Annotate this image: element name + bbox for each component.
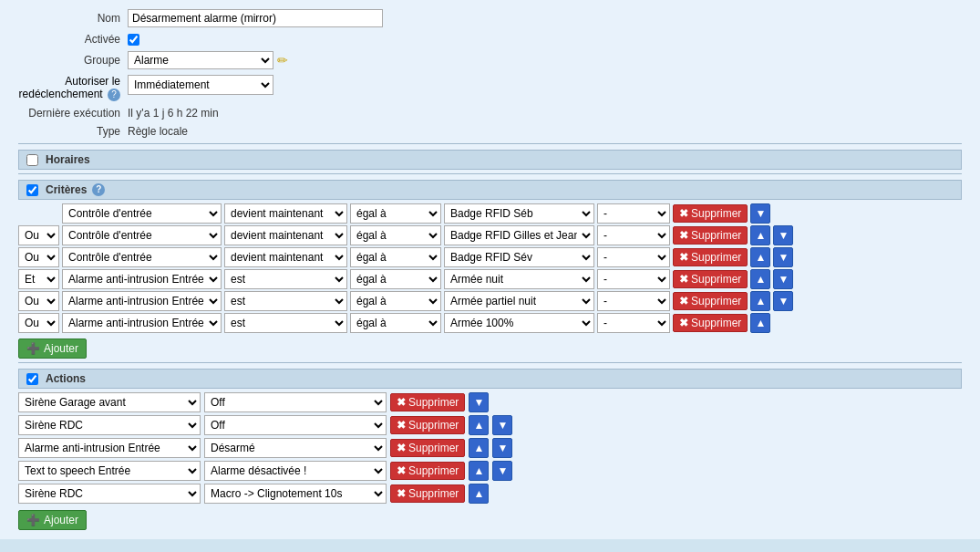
criteria-row: OuAlarme anti-intrusion Entréeestégal àA…	[18, 313, 962, 333]
criteria-field-select[interactable]: devient maintenant	[224, 203, 347, 224]
criteria-connector-select[interactable]: Ou	[18, 247, 59, 267]
action-field2-select[interactable]: Macro -> Clignotement 10s	[204, 484, 387, 504]
move-down-button[interactable]: ▼	[773, 225, 793, 245]
action-field1-select[interactable]: Sirène Garage avant	[18, 392, 201, 412]
add-criteria-button[interactable]: ➕ Ajouter	[18, 338, 87, 359]
criteria-field-select[interactable]: égal à	[350, 313, 441, 333]
x-icon: ✖	[679, 229, 688, 242]
action-field1-select[interactable]: Sirène RDC	[18, 415, 201, 435]
activee-checkbox[interactable]	[128, 34, 139, 46]
horaires-checkbox[interactable]	[26, 154, 38, 166]
criteria-field-select[interactable]: devient maintenant	[224, 247, 347, 267]
action-move-down-button[interactable]: ▼	[469, 392, 489, 412]
criteria-field-select[interactable]: Contrôle d'entrée	[62, 225, 222, 245]
criteria-field-select[interactable]: Armée nuit	[444, 269, 594, 289]
nom-label: Nom	[18, 12, 128, 25]
criteria-connector-select[interactable]: Ou	[18, 225, 59, 245]
criteria-field-select[interactable]: -	[597, 313, 670, 333]
help-icon[interactable]: ?	[108, 89, 120, 101]
autoriser-select[interactable]: Immédiatement	[128, 75, 273, 95]
move-up-button[interactable]: ▲	[750, 247, 770, 267]
criteria-field-select[interactable]: est	[224, 291, 347, 311]
delete-criteria-button[interactable]: ✖ Supprimer	[673, 292, 748, 310]
action-row: Text to speech EntréeAlarme désactivée !…	[18, 461, 962, 481]
derniere-value: Il y'a 1 j 6 h 22 min	[128, 107, 219, 120]
criteria-field-select[interactable]: égal à	[350, 269, 441, 289]
action-field2-select[interactable]: Off	[204, 392, 387, 412]
pencil-icon[interactable]: ✏	[277, 53, 288, 68]
criteria-field-select[interactable]: est	[224, 269, 347, 289]
move-down-button[interactable]: ▼	[750, 203, 770, 224]
move-down-button[interactable]: ▼	[773, 247, 793, 267]
delete-criteria-button[interactable]: ✖ Supprimer	[673, 314, 748, 332]
horaires-label: Horaires	[46, 153, 90, 166]
move-up-button[interactable]: ▲	[750, 225, 770, 245]
criteres-checkbox[interactable]	[26, 184, 38, 196]
criteria-field-select[interactable]: Contrôle d'entrée	[62, 203, 222, 224]
criteria-field-select[interactable]: -	[597, 203, 670, 224]
horaires-section: Horaires	[18, 150, 962, 170]
criteria-field-select[interactable]: égal à	[350, 225, 441, 245]
criteria-field-select[interactable]: -	[597, 269, 670, 289]
action-move-down-button[interactable]: ▼	[492, 438, 512, 458]
delete-criteria-button[interactable]: ✖ Supprimer	[673, 270, 748, 288]
criteria-field-select[interactable]: Armée 100%	[444, 313, 594, 333]
delete-action-button[interactable]: ✖ Supprimer	[390, 439, 465, 457]
criteria-field-select[interactable]: est	[224, 313, 347, 333]
action-field1-select[interactable]: Text to speech Entrée	[18, 461, 201, 481]
redenclenchement-label: redéclenchement	[19, 88, 103, 100]
criteria-field-select[interactable]: égal à	[350, 247, 441, 267]
move-up-button[interactable]: ▲	[750, 313, 770, 333]
action-row: Sirène Garage avantOff✖ Supprimer▼	[18, 392, 962, 412]
delete-action-button[interactable]: ✖ Supprimer	[390, 416, 465, 434]
criteria-connector-select[interactable]: Ou	[18, 313, 59, 333]
move-down-button[interactable]: ▼	[773, 291, 793, 311]
x-icon: ✖	[679, 207, 688, 220]
action-field1-select[interactable]: Sirène RDC	[18, 484, 201, 504]
action-move-down-button[interactable]: ▼	[492, 415, 512, 435]
nom-input[interactable]	[128, 9, 383, 27]
groupe-select[interactable]: Alarme	[128, 51, 273, 69]
delete-criteria-button[interactable]: ✖ Supprimer	[673, 248, 748, 266]
action-move-up-button[interactable]: ▲	[469, 438, 489, 458]
criteria-field-select[interactable]: égal à	[350, 291, 441, 311]
criteria-field-select[interactable]: devient maintenant	[224, 225, 347, 245]
action-field2-select[interactable]: Off	[204, 415, 387, 435]
action-move-down-button[interactable]: ▼	[492, 461, 512, 481]
criteria-field-select[interactable]: -	[597, 247, 670, 267]
criteria-connector-select[interactable]: Ou	[18, 291, 59, 311]
plus-icon-actions: ➕	[26, 514, 40, 526]
criteria-field-select[interactable]: -	[597, 291, 670, 311]
criteria-field-select[interactable]: Contrôle d'entrée	[62, 247, 222, 267]
criteria-field-select[interactable]: Badge RFID Sév	[444, 247, 594, 267]
criteria-row: OuContrôle d'entréedevient maintenantéga…	[18, 225, 962, 245]
add-action-button[interactable]: ➕ Ajouter	[18, 510, 87, 530]
move-up-button[interactable]: ▲	[750, 291, 770, 311]
criteria-field-select[interactable]: -	[597, 225, 670, 245]
action-move-up-button[interactable]: ▲	[469, 461, 489, 481]
delete-criteria-button[interactable]: ✖ Supprimer	[673, 226, 748, 245]
criteria-field-select[interactable]: Badge RFID Séb	[444, 203, 594, 224]
actions-section: Actions	[18, 369, 962, 389]
action-field2-select[interactable]: Alarme désactivée !	[204, 461, 387, 481]
criteria-field-select[interactable]: Badge RFID Gilles et Jeanne	[444, 225, 594, 245]
action-field2-select[interactable]: Désarmé	[204, 438, 387, 458]
criteria-field-select[interactable]: Armée partiel nuit	[444, 291, 594, 311]
move-down-button[interactable]: ▼	[773, 269, 793, 289]
action-field1-select[interactable]: Alarme anti-intrusion Entrée	[18, 438, 201, 458]
delete-action-button[interactable]: ✖ Supprimer	[390, 484, 465, 503]
criteria-field-select[interactable]: Alarme anti-intrusion Entrée	[62, 313, 222, 333]
action-move-up-button[interactable]: ▲	[469, 484, 489, 504]
delete-action-button[interactable]: ✖ Supprimer	[390, 393, 465, 411]
criteria-field-select[interactable]: Alarme anti-intrusion Entrée	[62, 291, 222, 311]
criteria-field-select[interactable]: Alarme anti-intrusion Entrée	[62, 269, 222, 289]
criteria-connector-select[interactable]: Et	[18, 269, 59, 289]
delete-action-button[interactable]: ✖ Supprimer	[390, 462, 465, 480]
actions-checkbox[interactable]	[26, 373, 38, 385]
criteres-help-icon[interactable]: ?	[92, 183, 105, 196]
criteria-field-select[interactable]: égal à	[350, 203, 441, 224]
action-move-up-button[interactable]: ▲	[469, 415, 489, 435]
move-up-button[interactable]: ▲	[750, 269, 770, 289]
delete-criteria-button[interactable]: ✖ Supprimer	[673, 204, 748, 223]
activee-label: Activée	[18, 33, 128, 46]
